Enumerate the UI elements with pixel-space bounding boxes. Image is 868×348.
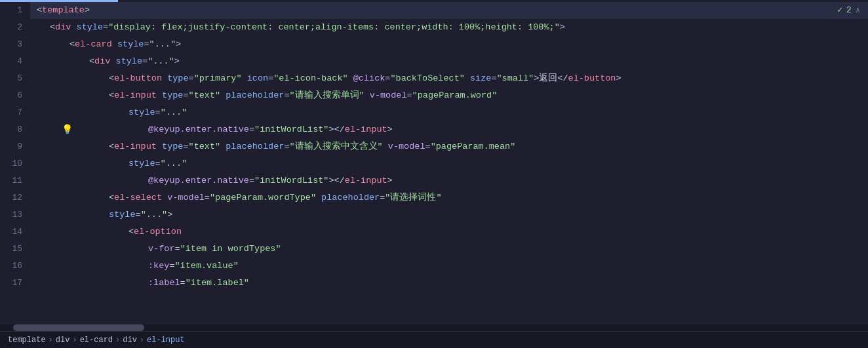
line-number-3: 3 bbox=[0, 36, 22, 53]
code-line-4: <div style="..."> bbox=[30, 53, 868, 70]
line-number-7: 7 bbox=[0, 104, 22, 121]
code-line-1: <template> bbox=[30, 2, 868, 19]
line-number-4: 4 bbox=[0, 53, 22, 70]
breadcrumb-sep-1: › bbox=[72, 336, 77, 345]
line-number-5: 5 bbox=[0, 70, 22, 87]
code-line-8: 💡@keyup.enter.native="initWordList"></el… bbox=[30, 121, 868, 138]
code-line-12: <el-select v-model="pageParam.wordType" … bbox=[30, 189, 868, 206]
line-number-8: 8 bbox=[0, 121, 22, 138]
status-bar: template › div › el-card › div › el-inpu… bbox=[0, 331, 868, 348]
code-line-11: @keyup.enter.native="initWordList"></el-… bbox=[30, 172, 868, 189]
line-number-14: 14 bbox=[0, 223, 22, 241]
editor-container: 1234567891011121314151617 ✓ 2 ∧ <templat… bbox=[0, 2, 868, 348]
code-content[interactable]: ✓ 2 ∧ <template><div style="display: fle… bbox=[30, 2, 868, 324]
line-number-1: 1 bbox=[0, 2, 22, 19]
code-line-5: <el-button type="primary" icon="el-icon-… bbox=[30, 70, 868, 87]
code-line-7: style="..." bbox=[30, 104, 868, 121]
code-line-14: <el-option bbox=[30, 223, 868, 241]
code-line-2: <div style="display: flex;justify-conten… bbox=[30, 19, 868, 36]
breadcrumb-sep-3: › bbox=[140, 336, 144, 345]
line-number-11: 11 bbox=[0, 172, 22, 189]
breadcrumb-item-0[interactable]: template bbox=[8, 336, 46, 345]
line-number-17: 17 bbox=[0, 275, 22, 292]
code-line-15: v-for="item in wordTypes" bbox=[30, 241, 868, 258]
line-number-6: 6 bbox=[0, 87, 22, 104]
code-line-6: <el-input type="text" placeholder="请输入搜索… bbox=[30, 87, 868, 104]
gutter-icon-line-8: 💡 bbox=[62, 121, 72, 138]
line-numbers: 1234567891011121314151617 bbox=[0, 2, 30, 324]
line-number-10: 10 bbox=[0, 155, 22, 172]
breadcrumb-sep-2: › bbox=[115, 336, 120, 345]
code-line-3: <el-card style="..."> bbox=[30, 36, 868, 53]
breadcrumb-item-2[interactable]: el-card bbox=[80, 336, 113, 345]
code-line-13: style="..."> bbox=[30, 206, 868, 223]
code-line-17: :label="item.label" bbox=[30, 275, 868, 292]
line-number-2: 2 bbox=[0, 19, 22, 36]
code-line-10: style="..." bbox=[30, 155, 868, 172]
line-number-16: 16 bbox=[0, 258, 22, 275]
line-number-15: 15 bbox=[0, 241, 22, 258]
line-number-12: 12 bbox=[0, 189, 22, 206]
code-area: 1234567891011121314151617 ✓ 2 ∧ <templat… bbox=[0, 2, 868, 324]
breadcrumb-sep-0: › bbox=[49, 336, 53, 345]
horizontal-scrollbar[interactable] bbox=[0, 324, 868, 331]
line-number-9: 9 bbox=[0, 138, 22, 155]
code-line-9: <el-input type="text" placeholder="请输入搜索… bbox=[30, 138, 868, 155]
code-lines: <template><div style="display: flex;just… bbox=[30, 2, 868, 292]
code-line-16: :key="item.value" bbox=[30, 258, 868, 275]
scrollbar-thumb[interactable] bbox=[13, 324, 144, 331]
breadcrumb-item-4[interactable]: el-input bbox=[147, 336, 185, 345]
breadcrumb-item-3[interactable]: div bbox=[123, 336, 137, 345]
line-number-13: 13 bbox=[0, 206, 22, 223]
breadcrumb-item-1[interactable]: div bbox=[56, 336, 70, 345]
